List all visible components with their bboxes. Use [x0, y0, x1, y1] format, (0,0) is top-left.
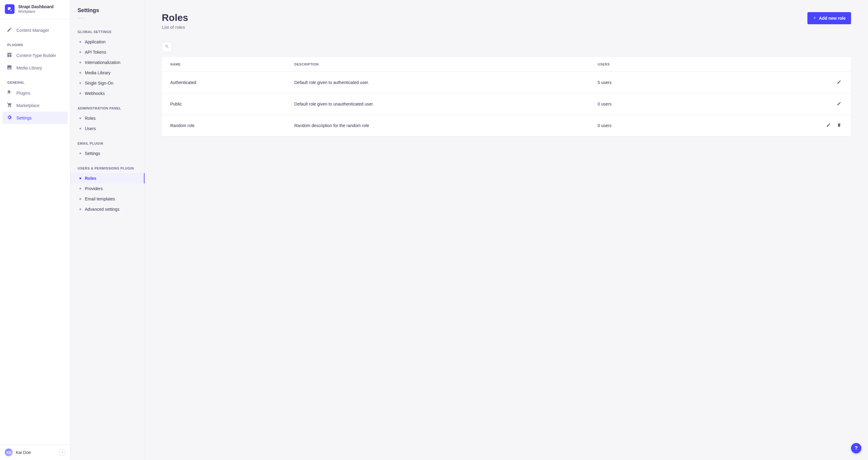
- table-header-name: NAME: [162, 57, 286, 72]
- secondary-nav-label: Application: [85, 39, 106, 44]
- app-title: Strapi Dashboard: [18, 4, 54, 9]
- bullet-icon: [80, 62, 81, 63]
- main-content: Roles List of roles Add new role NAME DE…: [145, 0, 868, 460]
- table-header-description: DESCRIPTION: [286, 57, 589, 72]
- nav-content-type-builder[interactable]: Content-Type Builder: [2, 49, 68, 62]
- edit-role-button[interactable]: [836, 100, 842, 108]
- secondary-nav-item[interactable]: Internationalization: [78, 57, 137, 68]
- search-button[interactable]: [162, 42, 172, 52]
- bullet-icon: [80, 152, 81, 154]
- help-button[interactable]: ?: [851, 443, 861, 453]
- nav-label: Plugins: [17, 91, 30, 95]
- secondary-sidebar: Settings GLOBAL SETTINGSApplicationAPI T…: [70, 0, 145, 460]
- edit-role-button[interactable]: [825, 122, 832, 130]
- nav-label: Content Manager: [17, 28, 49, 33]
- secondary-group-label: USERS & PERMISSIONS PLUGIN: [78, 167, 137, 170]
- bullet-icon: [80, 41, 81, 43]
- nav-settings[interactable]: Settings: [2, 112, 68, 124]
- secondary-nav-item[interactable]: Advanced settings: [78, 204, 137, 214]
- role-users-count: 0 users: [589, 93, 741, 115]
- add-new-role-button[interactable]: Add new role: [807, 12, 851, 24]
- search-icon: [165, 44, 169, 50]
- collapse-sidebar-button[interactable]: [59, 450, 65, 456]
- bullet-icon: [80, 51, 81, 53]
- secondary-group-label: EMAIL PLUGIN: [78, 142, 137, 145]
- secondary-nav-label: Media Library: [85, 70, 111, 75]
- page-subtitle: List of roles: [162, 25, 188, 30]
- question-icon: ?: [855, 445, 858, 451]
- chevron-left-icon: [61, 450, 64, 455]
- sidebar-header: Strapi Dashboard Workplace: [0, 0, 70, 20]
- secondary-nav-item[interactable]: Single Sign-On: [78, 78, 137, 88]
- app-subtitle: Workplace: [18, 9, 54, 13]
- secondary-nav-item[interactable]: Application: [78, 37, 137, 47]
- nav-section-plugins: PLUGINS: [2, 36, 68, 49]
- nav-label: Content-Type Builder: [17, 53, 56, 58]
- layout-icon: [7, 52, 12, 59]
- nav-content-manager[interactable]: Content Manager: [2, 24, 68, 36]
- role-name: Authenticated: [162, 72, 286, 93]
- table-row[interactable]: AuthenticatedDefault role given to authe…: [162, 72, 851, 93]
- secondary-nav-label: Email templates: [85, 197, 115, 201]
- bullet-icon: [80, 92, 81, 94]
- nav-label: Media Library: [17, 65, 42, 70]
- edit-role-button[interactable]: [836, 79, 842, 86]
- gear-icon: [7, 115, 12, 121]
- secondary-nav-label: Users: [85, 126, 96, 131]
- sidebar-footer: KD Kai Doe: [0, 444, 70, 460]
- secondary-nav-label: Roles: [85, 176, 96, 181]
- pencil-icon: [837, 102, 841, 107]
- roles-table: NAME DESCRIPTION USERS AuthenticatedDefa…: [162, 57, 851, 136]
- pencil-icon: [837, 81, 841, 85]
- bullet-icon: [80, 117, 81, 119]
- nav-label: Marketplace: [17, 103, 39, 108]
- bullet-icon: [80, 177, 81, 179]
- role-description: Random description for the random role: [286, 115, 589, 137]
- pencil-icon: [826, 124, 831, 128]
- role-description: Default role given to unauthenticated us…: [286, 93, 589, 115]
- secondary-group-label: GLOBAL SETTINGS: [78, 30, 137, 34]
- user-name: Kai Doe: [16, 450, 56, 455]
- bullet-icon: [80, 82, 81, 84]
- secondary-nav-item[interactable]: Settings: [78, 148, 137, 159]
- secondary-nav-label: Advanced settings: [85, 207, 119, 212]
- secondary-nav-label: Webhooks: [85, 91, 105, 96]
- write-icon: [7, 27, 12, 33]
- bullet-icon: [80, 72, 81, 74]
- nav-media-library[interactable]: Media Library: [2, 62, 68, 74]
- trash-icon: [837, 124, 841, 128]
- secondary-nav-label: Single Sign-On: [85, 81, 113, 86]
- bullet-icon: [80, 128, 81, 130]
- nav-label: Settings: [17, 116, 32, 120]
- secondary-nav-item[interactable]: Webhooks: [78, 88, 137, 98]
- button-label: Add new role: [819, 16, 845, 21]
- nav-marketplace[interactable]: Marketplace: [2, 99, 68, 112]
- secondary-nav-item[interactable]: Providers: [78, 183, 137, 194]
- secondary-nav-item[interactable]: Users: [78, 123, 137, 134]
- cart-icon: [7, 102, 12, 109]
- secondary-nav-label: Settings: [85, 151, 100, 156]
- secondary-nav-label: Providers: [85, 186, 103, 191]
- secondary-nav-item[interactable]: API Tokens: [78, 47, 137, 57]
- puzzle-icon: [7, 90, 12, 96]
- secondary-title: Settings: [78, 7, 137, 23]
- secondary-nav-item[interactable]: Email templates: [78, 194, 137, 204]
- nav-section-general: GENERAL: [2, 74, 68, 87]
- table-row[interactable]: PublicDefault role given to unauthentica…: [162, 93, 851, 115]
- user-avatar[interactable]: KD: [5, 449, 13, 456]
- bullet-icon: [80, 198, 81, 200]
- nav-plugins[interactable]: Plugins: [2, 87, 68, 99]
- table-row[interactable]: Random roleRandom description for the ra…: [162, 115, 851, 137]
- table-header-users: USERS: [589, 57, 741, 72]
- strapi-logo-icon: [5, 4, 14, 14]
- delete-role-button[interactable]: [836, 122, 842, 130]
- bullet-icon: [80, 188, 81, 190]
- role-users-count: 5 users: [589, 72, 741, 93]
- secondary-nav-item[interactable]: Media Library: [78, 68, 137, 78]
- secondary-nav-label: Roles: [85, 116, 96, 121]
- plus-icon: [813, 16, 816, 21]
- secondary-nav-item[interactable]: Roles: [78, 113, 137, 123]
- secondary-group-label: ADMINISTRATION PANEL: [78, 107, 137, 110]
- secondary-nav-label: Internationalization: [85, 60, 121, 65]
- secondary-nav-item[interactable]: Roles: [78, 173, 137, 183]
